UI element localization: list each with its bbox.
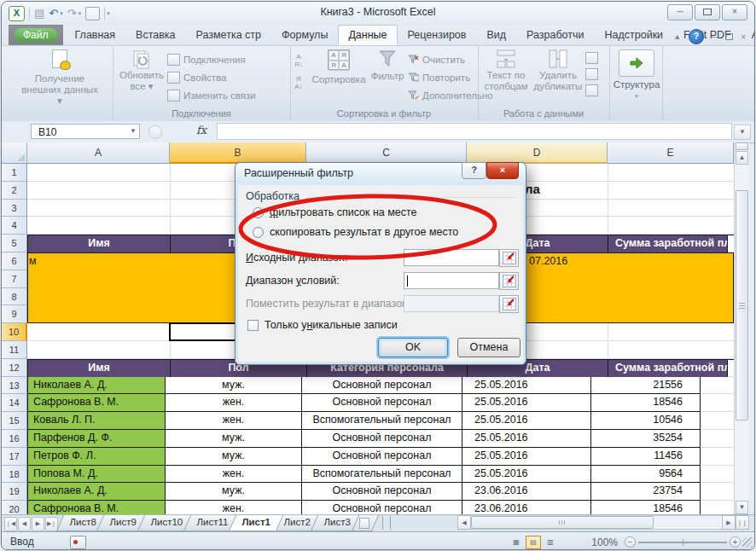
tab-Надстройки[interactable]: Надстройки	[595, 25, 674, 45]
column-header-E[interactable]: E	[608, 142, 734, 164]
criteria-range-picker-icon[interactable]	[499, 272, 519, 290]
row-header-4[interactable]: 4	[2, 217, 27, 235]
table-cell[interactable]: жен.	[166, 501, 302, 514]
table-cell[interactable]: Николаев А. Д.	[28, 377, 166, 395]
next-sheet-icon[interactable]: ▶	[32, 517, 44, 531]
row-header-16[interactable]: 16	[2, 430, 27, 448]
what-if-analysis-icon[interactable]	[585, 84, 598, 96]
vscroll-thumb[interactable]	[736, 190, 748, 420]
window-resize-grip[interactable]	[742, 537, 753, 548]
table-cell[interactable]: 25.05.2016	[462, 394, 591, 412]
list-range-input[interactable]	[404, 249, 499, 266]
tab-Вставка[interactable]: Вставка	[125, 25, 185, 45]
hscroll-track[interactable]	[471, 515, 722, 530]
ok-button[interactable]: OK	[378, 338, 448, 357]
row-header-12[interactable]: 12	[2, 359, 27, 377]
table-cell[interactable]: 23.06.2016	[462, 501, 591, 514]
table-cell[interactable]: Петров Ф. Л.	[28, 448, 166, 466]
select-all-corner[interactable]	[2, 142, 27, 164]
table-cell[interactable]: муж.	[166, 483, 302, 501]
table-cell[interactable]: муж.	[166, 448, 302, 466]
tab-Главная[interactable]: Главная	[65, 25, 126, 45]
table-cell[interactable]: 21556	[591, 377, 701, 395]
doc-minimize-icon[interactable]: ─	[712, 32, 718, 42]
row-header-11[interactable]: 11	[2, 341, 27, 359]
sheet-tab-Лист1[interactable]: Лист1	[228, 515, 282, 531]
tab-Рецензиров[interactable]: Рецензиров	[398, 25, 477, 45]
table-cell[interactable]: Николаев А. Д.	[28, 483, 166, 501]
table-cell[interactable]: Коваль Л. П.	[28, 412, 166, 430]
radio-selected-icon[interactable]	[253, 207, 264, 218]
row-header-3[interactable]: 3	[2, 200, 27, 218]
scroll-right-icon[interactable]: ▶	[722, 515, 736, 530]
zoom-slider[interactable]: − +	[625, 536, 741, 548]
consolidate-icon[interactable]	[585, 68, 598, 80]
table-cell[interactable]: 35254	[591, 430, 701, 448]
remove-duplicates-button[interactable]: Удалить дубликаты	[532, 49, 584, 92]
tab-Разработчи[interactable]: Разработчи	[516, 25, 594, 45]
table-cell[interactable]: Сафронова В. М.	[28, 394, 166, 412]
copy-to-location-radio[interactable]: скопировать результат в другое место	[253, 226, 458, 238]
sort-button[interactable]: АЯЯА Сортировка	[311, 49, 367, 85]
properties-button[interactable]: Свойства	[167, 69, 256, 85]
normal-view-icon[interactable]: ▦	[509, 536, 524, 549]
page-layout-view-icon[interactable]: ▤	[526, 536, 541, 549]
radio-unselected-icon[interactable]	[253, 227, 264, 238]
checkbox-icon[interactable]	[247, 320, 259, 331]
ribbon-collapse-icon[interactable]: ▲	[673, 32, 681, 41]
column-header-A[interactable]: A	[27, 142, 170, 164]
row-header-18[interactable]: 18	[2, 466, 27, 484]
table-cell[interactable]: Основной персонал	[302, 430, 462, 448]
row-header-10[interactable]: 10	[2, 323, 27, 341]
table-cell[interactable]: муж.	[166, 377, 302, 395]
help-icon[interactable]: ?	[689, 29, 704, 44]
hscroll-thumb[interactable]	[471, 516, 654, 529]
table-cell[interactable]: Вспомогательный персонал	[302, 412, 462, 430]
row-header-7[interactable]: 7	[2, 270, 27, 288]
doc-restore-icon[interactable]	[725, 32, 733, 42]
name-box-dropdown-icon[interactable]: ▼	[130, 125, 137, 138]
table-cell[interactable]: жен.	[166, 466, 302, 484]
scroll-down-icon[interactable]: ▼	[736, 501, 748, 514]
row-header-8[interactable]: 8	[2, 288, 27, 306]
table-cell[interactable]: 25.05.2016	[462, 377, 591, 395]
data-validation-icon[interactable]	[585, 52, 598, 64]
table-cell[interactable]: Сафронова В. М.	[28, 501, 166, 514]
first-sheet-icon[interactable]: ❘◀	[4, 517, 17, 531]
restore-button[interactable]	[695, 4, 720, 20]
dialog-close-icon[interactable]: ×	[486, 162, 519, 179]
page-break-view-icon[interactable]: ▥	[543, 536, 558, 549]
row-header-5[interactable]: 5	[2, 235, 27, 252]
hscroll-resize-handle[interactable]: ❘❘	[736, 515, 749, 530]
edit-links-button[interactable]: Изменить связи	[167, 87, 256, 103]
table-cell[interactable]: 25.05.2016	[462, 412, 591, 430]
table-cell[interactable]: жен.	[166, 394, 302, 412]
row-header-6[interactable]: 6	[2, 252, 27, 270]
tab-Формулы[interactable]: Формулы	[271, 25, 338, 45]
formula-input[interactable]	[217, 123, 732, 140]
table-cell[interactable]: 23754	[591, 483, 701, 501]
sort-az-icon[interactable]: АЯ↓	[294, 53, 303, 68]
tab-Данные[interactable]: Данные	[338, 25, 397, 45]
prev-sheet-icon[interactable]: ◀	[18, 517, 31, 531]
scroll-left-icon[interactable]: ◀	[457, 515, 471, 530]
table-cell[interactable]: Парфенов Д. Ф.	[28, 430, 166, 448]
filter-button[interactable]: Фильтр	[369, 49, 406, 82]
tab-Вид[interactable]: Вид	[476, 25, 516, 45]
table-cell[interactable]: Основной персонал	[302, 448, 462, 466]
tab-split-handle[interactable]	[382, 516, 391, 530]
zoom-level[interactable]: 100%	[591, 536, 618, 548]
table-cell[interactable]: 9564	[591, 466, 701, 484]
row-header-14[interactable]: 14	[2, 394, 27, 412]
row-header-9[interactable]: 9	[2, 305, 27, 323]
table-cell[interactable]: Попова М. Д.	[28, 466, 166, 484]
table-cell[interactable]: Основной персонал	[302, 483, 462, 501]
table-cell[interactable]: 18546	[591, 394, 701, 412]
row-header-13[interactable]: 13	[2, 377, 27, 395]
row-header-2[interactable]: 2	[2, 182, 27, 200]
zoom-in-icon[interactable]: +	[730, 536, 741, 548]
table-cell[interactable]: Основной персонал	[302, 377, 462, 395]
vertical-scrollbar[interactable]: ▲ ▼	[734, 142, 749, 514]
row-header-19[interactable]: 19	[2, 483, 27, 501]
row-header-20[interactable]: 20	[2, 501, 27, 514]
